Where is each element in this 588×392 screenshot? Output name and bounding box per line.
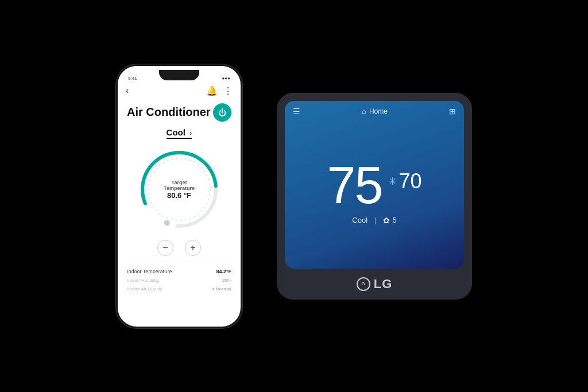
decrease-temp-button[interactable]: −	[157, 240, 173, 256]
indoor-humidity-row: Indoor Humidity 39%	[127, 276, 231, 285]
humidity-value: 39%	[222, 278, 231, 283]
menu-icon[interactable]: ☰	[293, 107, 300, 116]
thermostat-nav: ☰ ⌂ Home ⊞	[285, 101, 464, 119]
dial-center: Target Temperature 80.6 °F	[156, 179, 202, 199]
phone-notch	[159, 70, 199, 80]
indoor-temp-value: 84.2°F	[216, 269, 231, 274]
phone-content: Air Conditioner ⏻ Cool ›	[118, 99, 241, 327]
notification-icon[interactable]: 🔔	[206, 86, 218, 96]
phone-screen: 9:41 ●●● ‹ 🔔 ⋮ Air Conditioner ⏻ Cool ›	[118, 66, 241, 327]
home-icon: ⌂	[362, 107, 366, 115]
apps-icon[interactable]: ⊞	[449, 107, 456, 116]
temp-controls: − +	[127, 240, 231, 256]
target-temp: 70	[399, 171, 422, 192]
fan-icon: ✿	[383, 216, 390, 225]
air-quality-row: Indoor Air Quality 4 Normal	[127, 285, 231, 293]
power-button[interactable]: ⏻	[213, 103, 231, 122]
thermostat-mode-label: Cool	[352, 216, 368, 224]
fan-speed: 5	[392, 216, 396, 224]
more-icon[interactable]: ⋮	[223, 86, 233, 96]
mode-chevron: ›	[189, 129, 192, 137]
air-quality-value: 4 Normal	[212, 286, 231, 292]
phone-device: 9:41 ●●● ‹ 🔔 ⋮ Air Conditioner ⏻ Cool ›	[116, 64, 242, 328]
title-row: Air Conditioner ⏻	[127, 103, 231, 122]
target-temp-value: 80.6 °F	[156, 191, 202, 199]
lg-circle-icon: G	[357, 277, 370, 291]
home-label: Home	[369, 107, 388, 115]
current-temp: 75	[327, 160, 382, 211]
indoor-temp-label: Indoor Temperature	[127, 269, 172, 274]
temperatures-display: 75 ✳ 70	[327, 160, 421, 211]
increase-temp-button[interactable]: +	[185, 240, 201, 256]
thermostat-device: ☰ ⌂ Home ⊞ 75 ✳ 70 Cool | ✿ 5	[277, 93, 472, 300]
phone-nav: ‹ 🔔 ⋮	[118, 83, 241, 99]
target-temp-label: Target Temperature	[156, 179, 202, 191]
air-quality-label: Indoor Air Quality	[127, 286, 162, 292]
mode-row: Cool ›	[127, 125, 231, 141]
target-temp-group: ✳ 70	[388, 171, 422, 192]
thermostat-screen: ☰ ⌂ Home ⊞ 75 ✳ 70 Cool | ✿ 5	[285, 101, 464, 269]
thermostat-main: 75 ✳ 70 Cool | ✿ 5	[285, 119, 464, 269]
thermostat-status: Cool | ✿ 5	[352, 216, 396, 225]
snowflake-icon: ✳	[388, 175, 397, 188]
page-title: Air Conditioner	[127, 106, 211, 119]
sensor-info: Indoor Temperature 84.2°F Indoor Humidit…	[127, 262, 231, 293]
temperature-dial[interactable]: Target Temperature 80.6 °F	[133, 143, 225, 235]
status-divider: |	[374, 216, 376, 224]
lg-logo: G LG	[357, 277, 393, 292]
lg-brand-text: LG	[374, 277, 393, 292]
home-label-group: ⌂ Home	[362, 107, 388, 115]
indoor-temp-row: Indoor Temperature 84.2°F	[127, 267, 231, 276]
back-icon[interactable]: ‹	[126, 86, 129, 96]
humidity-label: Indoor Humidity	[127, 278, 159, 283]
mode-label[interactable]: Cool ›	[167, 127, 192, 139]
svg-point-3	[163, 219, 171, 226]
fan-speed-group: ✿ 5	[383, 216, 396, 225]
